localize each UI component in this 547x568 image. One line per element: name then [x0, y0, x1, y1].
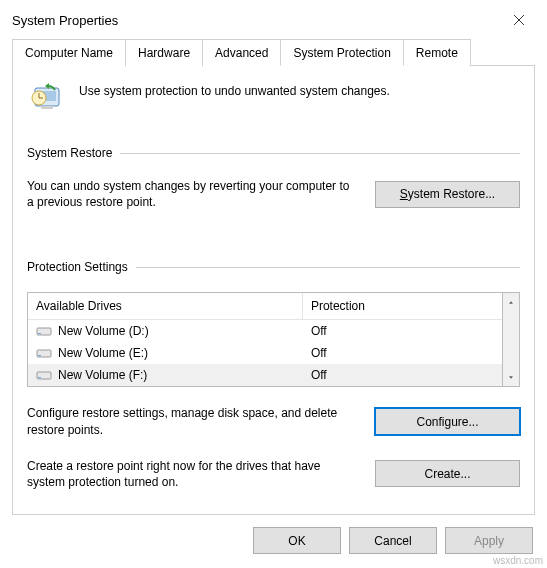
system-restore-button[interactable]: System Restore...	[375, 181, 520, 208]
drive-protection: Off	[303, 320, 502, 342]
drive-name: New Volume (D:)	[58, 324, 149, 338]
tab-advanced[interactable]: Advanced	[202, 39, 281, 66]
tab-panel-system-protection: Use system protection to undo unwanted s…	[12, 66, 535, 515]
restore-description: You can undo system changes by reverting…	[27, 178, 359, 210]
tab-remote[interactable]: Remote	[403, 39, 471, 66]
close-icon	[513, 14, 525, 26]
system-protection-icon	[27, 78, 67, 118]
column-header-protection[interactable]: Protection	[303, 293, 502, 319]
titlebar: System Properties	[0, 0, 547, 38]
row-system-restore: You can undo system changes by reverting…	[27, 178, 520, 210]
drive-name: New Volume (E:)	[58, 346, 148, 360]
scroll-down-button[interactable]	[503, 368, 519, 386]
group-divider	[120, 153, 520, 154]
apply-button[interactable]: Apply	[445, 527, 533, 554]
table-row[interactable]: New Volume (E:) Off	[28, 342, 502, 364]
dialog-button-row: OK Cancel Apply	[0, 515, 547, 564]
drives-body: New Volume (D:) Off New Volume (E:) Off	[28, 320, 502, 386]
drives-scrollbar[interactable]	[502, 292, 520, 387]
scroll-track[interactable]	[503, 311, 519, 368]
configure-description: Configure restore settings, manage disk …	[27, 405, 359, 437]
svg-rect-10	[38, 333, 41, 334]
drive-icon	[36, 325, 52, 337]
intro-row: Use system protection to undo unwanted s…	[27, 78, 520, 118]
row-create: Create a restore point right now for the…	[27, 458, 520, 490]
svg-marker-15	[509, 301, 513, 304]
drives-list: Available Drives Protection New Volume (…	[27, 292, 520, 387]
scroll-up-button[interactable]	[503, 293, 519, 311]
group-system-restore: System Restore	[27, 146, 520, 160]
table-row[interactable]: New Volume (F:) Off	[28, 364, 502, 386]
svg-rect-4	[41, 106, 53, 109]
close-button[interactable]	[501, 8, 537, 32]
svg-rect-14	[38, 377, 41, 378]
column-header-drives[interactable]: Available Drives	[28, 293, 303, 319]
tab-computer-name[interactable]: Computer Name	[12, 39, 126, 66]
svg-marker-16	[509, 376, 513, 379]
create-description: Create a restore point right now for the…	[27, 458, 359, 490]
cancel-button[interactable]: Cancel	[349, 527, 437, 554]
group-title-protection: Protection Settings	[27, 260, 128, 274]
group-protection-settings: Protection Settings	[27, 260, 520, 274]
drive-protection: Off	[303, 342, 502, 364]
drive-protection: Off	[303, 364, 502, 386]
group-divider	[136, 267, 520, 268]
drive-icon	[36, 369, 52, 381]
drive-name: New Volume (F:)	[58, 368, 147, 382]
chevron-up-icon	[509, 300, 513, 305]
window-title: System Properties	[12, 13, 118, 28]
create-button[interactable]: Create...	[375, 460, 520, 487]
svg-rect-12	[38, 355, 41, 356]
tab-hardware[interactable]: Hardware	[125, 39, 203, 66]
drive-icon	[36, 347, 52, 359]
chevron-down-icon	[509, 375, 513, 380]
intro-text: Use system protection to undo unwanted s…	[79, 78, 390, 98]
ok-button[interactable]: OK	[253, 527, 341, 554]
tab-system-protection[interactable]: System Protection	[280, 39, 403, 66]
drives-table: Available Drives Protection New Volume (…	[27, 292, 502, 387]
configure-button[interactable]: Configure...	[375, 408, 520, 435]
group-title-restore: System Restore	[27, 146, 112, 160]
table-row[interactable]: New Volume (D:) Off	[28, 320, 502, 342]
row-configure: Configure restore settings, manage disk …	[27, 405, 520, 437]
drives-header: Available Drives Protection	[28, 293, 502, 320]
tab-strip: Computer Name Hardware Advanced System P…	[12, 38, 535, 66]
